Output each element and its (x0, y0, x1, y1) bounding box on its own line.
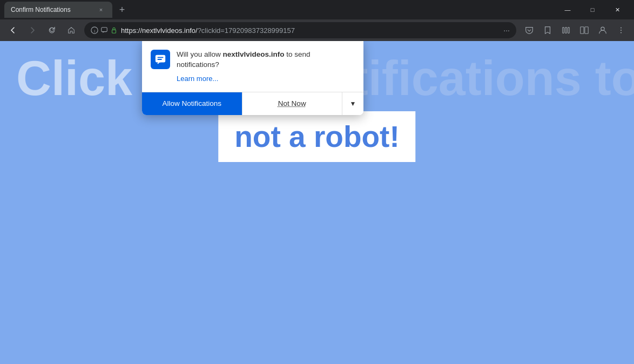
popup-message: Will you allow nextlvlvideos.info to sen… (177, 50, 355, 70)
reload-button[interactable] (43, 22, 60, 39)
url-display: https://nextlvlvideos.info/?clickid=1792… (121, 26, 500, 35)
back-button[interactable] (4, 22, 22, 39)
address-more-button[interactable]: ··· (503, 26, 510, 35)
svg-rect-3 (112, 30, 116, 33)
window-controls: — □ ✕ (555, 0, 630, 19)
popup-actions: Allow Notifications Not Now ▼ (142, 92, 363, 115)
message-icon (154, 53, 166, 65)
svg-rect-7 (581, 27, 584, 34)
svg-rect-13 (156, 55, 165, 63)
new-tab-button[interactable]: + (114, 2, 130, 17)
shelves-button[interactable] (557, 22, 575, 39)
url-path: ?clickid=179209837328999157 (198, 26, 295, 35)
bookmark-button[interactable] (539, 22, 556, 39)
popup-body: Will you allow nextlvlvideos.info to sen… (142, 41, 363, 87)
lock-icon (110, 26, 118, 34)
browser-chrome: Confirm Notifications × + — □ ✕ i (0, 0, 634, 41)
pocket-button[interactable] (521, 22, 538, 39)
close-button[interactable]: ✕ (605, 0, 630, 19)
popup-text: Will you allow nextlvlvideos.info to sen… (177, 50, 355, 83)
svg-point-11 (620, 30, 622, 31)
account-button[interactable] (594, 22, 611, 39)
forward-button[interactable] (24, 22, 41, 39)
tab-bar: Confirm Notifications × + — □ ✕ (0, 0, 634, 19)
tab-title: Confirm Notifications (11, 6, 93, 14)
home-button[interactable] (63, 22, 80, 39)
svg-rect-5 (565, 28, 567, 33)
page-content: Click Allow Notifications to Confirm tha… (0, 41, 634, 364)
menu-button[interactable] (612, 22, 630, 39)
url-domain: https://nextlvlvideos.info/ (121, 26, 198, 35)
address-bar[interactable]: i https://nextlvlvideos.info/?clickid=17… (84, 22, 516, 38)
toolbar: i https://nextlvlvideos.info/?clickid=17… (0, 19, 634, 41)
svg-point-12 (620, 32, 622, 33)
notification-popup: Will you allow nextlvlvideos.info to sen… (142, 41, 363, 115)
page-text-robot: not a robot! (218, 111, 415, 162)
learn-more-link[interactable]: Learn more... (177, 75, 218, 83)
notification-icon (151, 50, 170, 69)
svg-rect-4 (563, 28, 564, 33)
svg-rect-8 (585, 27, 588, 34)
address-bar-icons: i (91, 26, 118, 34)
reader-view-button[interactable] (576, 22, 593, 39)
svg-point-10 (620, 27, 622, 28)
svg-rect-2 (102, 28, 107, 32)
minimize-button[interactable]: — (555, 0, 580, 19)
svg-text:i: i (94, 29, 95, 33)
toolbar-actions (521, 22, 630, 39)
dropdown-chevron-button[interactable]: ▼ (342, 92, 363, 115)
info-icon: i (91, 26, 98, 34)
svg-rect-6 (568, 28, 570, 33)
tab-close-button[interactable]: × (96, 5, 106, 15)
not-now-button[interactable]: Not Now (242, 92, 342, 115)
allow-notifications-button[interactable]: Allow Notifications (142, 92, 242, 115)
chat-icon (100, 26, 108, 34)
active-tab[interactable]: Confirm Notifications × (4, 2, 112, 18)
maximize-button[interactable]: □ (580, 0, 605, 19)
